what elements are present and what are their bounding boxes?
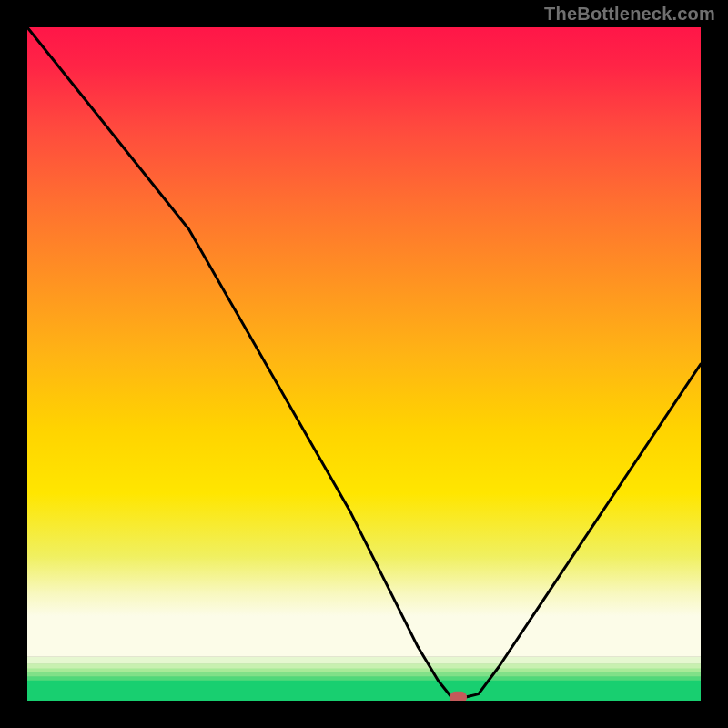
svg-rect-0 (27, 657, 701, 664)
svg-rect-5 (27, 681, 701, 701)
svg-rect-2 (27, 668, 701, 672)
plot-area (27, 27, 701, 701)
bottom-green-bands (27, 657, 701, 701)
svg-rect-4 (27, 676, 701, 681)
optimal-point-marker (450, 692, 467, 701)
chart-frame: TheBottleneck.com (0, 0, 728, 728)
gradient-background (27, 27, 701, 657)
svg-rect-1 (27, 663, 701, 669)
bottleneck-chart (27, 27, 701, 701)
svg-rect-3 (27, 672, 701, 677)
watermark-text: TheBottleneck.com (544, 4, 715, 25)
